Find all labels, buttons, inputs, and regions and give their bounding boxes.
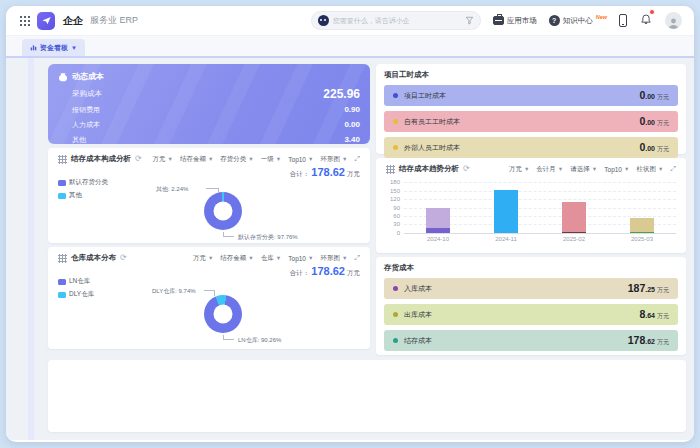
donut-hole xyxy=(214,202,233,221)
inventory-row[interactable]: 结存成本 178.62万元 xyxy=(384,330,678,351)
inventory-title: 存货成本 xyxy=(384,263,678,273)
filter-period[interactable]: 会计月▼ xyxy=(536,165,563,174)
trend-analysis-card: 结存成本趋势分析 ⟳ 万元▼ 会计月▼ 请选择▼ Top10▼ 柱状图▼ ⤢ xyxy=(376,158,686,253)
total-unit: 万元 xyxy=(347,269,360,278)
stacked-bar[interactable] xyxy=(630,182,654,233)
warehouse-legend: LN仓库 DLY仓库 xyxy=(58,277,94,299)
row-value: 0.90 xyxy=(344,105,360,114)
project-hour-cost-card: 项目工时成本 项目工时成本 0.00万元 自有员工工时成本 0.00万元 外部人… xyxy=(376,64,686,154)
caret-down-icon: ▼ xyxy=(276,156,281,162)
bullet-dot-icon xyxy=(393,338,398,343)
row-value: 3.40 xyxy=(344,135,360,144)
inventory-row[interactable]: 出库成本 8.64万元 xyxy=(384,304,678,325)
composition-donut-chart[interactable] xyxy=(204,192,242,230)
legend-item[interactable]: LN仓库 xyxy=(58,277,94,286)
bar-segment xyxy=(426,228,450,233)
app-window: 企企 服务业 ERP 您需要什么，请告诉小企 应用市场 ? 知识中心 New xyxy=(6,6,694,442)
tab-cost-board[interactable]: 资金看板 ▼ xyxy=(22,39,85,56)
row-label: 项目工时成本 xyxy=(404,91,446,101)
bar-segment xyxy=(494,190,518,233)
fullscreen-icon[interactable]: ⤢ xyxy=(670,165,676,173)
y-axis-tick: 0 xyxy=(383,230,400,236)
filter-level[interactable]: 一级▼ xyxy=(261,155,281,164)
brand-logo[interactable] xyxy=(37,12,55,30)
filter-topn[interactable]: Top10▼ xyxy=(288,156,313,163)
question-circle-icon: ? xyxy=(549,15,560,26)
donut-label-dly: DLY仓库: 9.74% xyxy=(152,287,196,296)
donut-label-main: 默认存货分类: 97.76% xyxy=(238,233,298,242)
knowledge-center-label: 知识中心 xyxy=(563,16,593,26)
tab-label: 资金看板 xyxy=(40,43,68,53)
bar-group: 2024-10 xyxy=(404,182,472,233)
filter-chart-type[interactable]: 环形图▼ xyxy=(320,254,347,263)
caret-down-icon: ▼ xyxy=(342,255,347,261)
user-avatar[interactable] xyxy=(665,12,682,29)
warehouse-total: 合计： 178.62 万元 xyxy=(290,265,360,278)
nav-app-market[interactable]: 应用市场 xyxy=(493,16,537,26)
filter-category[interactable]: 存货分类▼ xyxy=(220,155,253,164)
project-cost-row[interactable]: 项目工时成本 0.00万元 xyxy=(384,85,678,106)
bar-group: 2025-03 xyxy=(608,182,676,233)
composition-legend: 默认存货分类 其他 xyxy=(58,178,108,200)
tab-strip: 资金看板 ▼ xyxy=(6,36,694,58)
composition-filters: 万元▼ 结存金额▼ 存货分类▼ 一级▼ Top10▼ 环形图▼ ⤢ xyxy=(152,155,360,164)
nav-knowledge-center[interactable]: ? 知识中心 New xyxy=(549,15,607,26)
fullscreen-icon[interactable]: ⤢ xyxy=(354,155,360,163)
search-input[interactable]: 您需要什么，请告诉小企 xyxy=(311,11,481,30)
inventory-row[interactable]: 入库成本 187.25万元 xyxy=(384,278,678,299)
trend-bar-chart: 180 150 120 90 60 30 0 xyxy=(404,182,676,234)
filter-unit[interactable]: 万元▼ xyxy=(152,155,172,164)
nav-notifications[interactable] xyxy=(640,12,652,30)
row-value: 0.00万元 xyxy=(639,115,669,128)
filter-amount-type[interactable]: 结存金额▼ xyxy=(220,254,253,263)
refresh-icon[interactable]: ⟳ xyxy=(135,155,142,163)
warehouse-title: 仓库成本分布 xyxy=(71,253,116,263)
legend-swatch xyxy=(58,180,66,186)
callout-line xyxy=(214,290,215,296)
filter-unit[interactable]: 万元▼ xyxy=(509,165,529,174)
refresh-icon[interactable]: ⟳ xyxy=(120,254,127,262)
caret-down-icon: ▼ xyxy=(248,156,253,162)
callout-line xyxy=(206,188,218,189)
paper-plane-icon xyxy=(41,15,52,26)
filter-select[interactable]: 请选择▼ xyxy=(570,165,597,174)
nav-mobile[interactable] xyxy=(619,14,627,27)
trend-title: 结存成本趋势分析 xyxy=(399,164,459,174)
legend-item[interactable]: DLY仓库 xyxy=(58,290,94,299)
stacked-bar[interactable] xyxy=(494,182,518,233)
bullet-dot-icon xyxy=(393,312,398,317)
total-value: 178.62 xyxy=(311,166,345,178)
legend-item[interactable]: 其他 xyxy=(58,191,108,200)
stacked-bar[interactable] xyxy=(562,182,586,233)
row-label: 其他 xyxy=(72,135,86,145)
filter-topn[interactable]: Top10▼ xyxy=(288,255,313,262)
project-cost-row[interactable]: 外部人员工时成本 0.00万元 xyxy=(384,137,678,158)
project-cost-row[interactable]: 自有员工工时成本 0.00万元 xyxy=(384,111,678,132)
dynamic-cost-card: 动态成本 采购成本 225.96 报销费用 0.90 人力成本 0.00 xyxy=(48,64,370,144)
legend-swatch xyxy=(58,279,66,285)
trend-filters: 万元▼ 会计月▼ 请选择▼ Top10▼ 柱状图▼ ⤢ xyxy=(509,165,676,174)
dynamic-cost-title: 动态成本 xyxy=(72,71,104,82)
filter-warehouse[interactable]: 仓库▼ xyxy=(261,254,281,263)
row-label: 出库成本 xyxy=(404,310,432,320)
y-axis-tick: 180 xyxy=(383,179,400,185)
warehouse-donut-chart[interactable] xyxy=(204,295,242,333)
filter-topn[interactable]: Top10▼ xyxy=(604,166,629,173)
filter-chart-type[interactable]: 柱状图▼ xyxy=(636,165,663,174)
notification-badge xyxy=(649,9,655,15)
filter-funnel-icon[interactable] xyxy=(465,16,474,25)
y-axis-tick: 90 xyxy=(383,205,400,211)
row-value: 187.25万元 xyxy=(628,282,669,295)
app-grid-icon[interactable] xyxy=(19,15,30,26)
top-bar: 企企 服务业 ERP 您需要什么，请告诉小企 应用市场 ? 知识中心 New xyxy=(6,6,694,36)
filter-amount-type[interactable]: 结存金额▼ xyxy=(180,155,213,164)
caret-down-icon: ▼ xyxy=(624,166,629,172)
legend-item[interactable]: 默认存货分类 xyxy=(58,178,108,187)
filter-unit[interactable]: 万元▼ xyxy=(193,254,213,263)
stacked-bar[interactable] xyxy=(426,182,450,233)
refresh-icon[interactable]: ⟳ xyxy=(463,165,470,173)
fullscreen-icon[interactable]: ⤢ xyxy=(354,254,360,262)
warehouse-filters: 万元▼ 结存金额▼ 仓库▼ Top10▼ 环形图▼ ⤢ xyxy=(193,254,360,263)
caret-down-icon: ▼ xyxy=(308,255,313,261)
filter-chart-type[interactable]: 环形图▼ xyxy=(320,155,347,164)
